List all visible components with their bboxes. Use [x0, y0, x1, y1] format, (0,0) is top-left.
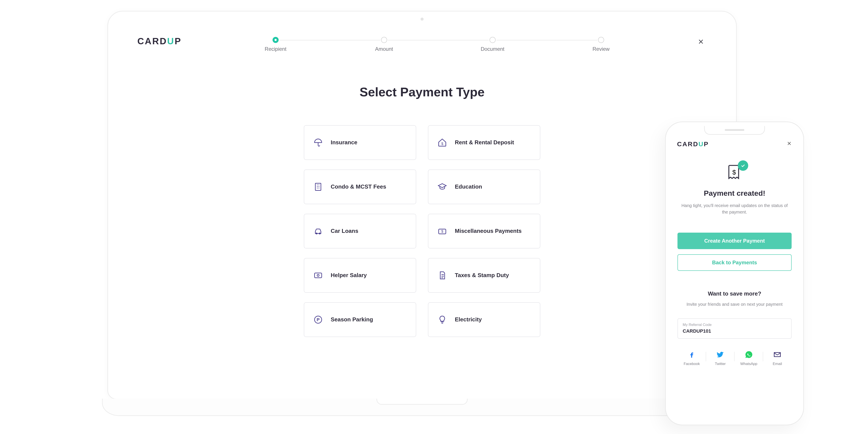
step-label: Recipient	[265, 46, 286, 52]
payment-created-title: Payment created!	[676, 189, 793, 197]
svg-text:$: $	[733, 168, 736, 176]
brand-logo: CARDUP	[677, 141, 709, 148]
tile-label: Electricity	[455, 316, 482, 323]
step-dot-icon	[381, 37, 387, 43]
create-another-payment-button[interactable]: Create Another Payment	[678, 232, 792, 249]
step-amount[interactable]: Amount	[330, 37, 438, 52]
close-button[interactable]	[695, 36, 707, 49]
save-more-title: Want to save more?	[676, 290, 793, 297]
phone-device: CARDUP $ Payment created! Hang tight, yo…	[665, 122, 804, 425]
tile-taxes[interactable]: Taxes & Stamp Duty	[428, 258, 540, 293]
document-tax-icon	[437, 271, 447, 280]
laptop-camera	[421, 18, 424, 21]
check-badge-icon	[738, 160, 748, 171]
umbrella-icon	[313, 138, 323, 147]
svg-text:$: $	[441, 142, 443, 146]
graduation-cap-icon	[437, 182, 447, 192]
phone-header: CARDUP	[676, 139, 793, 148]
step-document[interactable]: Document	[438, 37, 547, 52]
money-misc-icon: $	[437, 226, 447, 236]
svg-rect-1	[315, 183, 321, 190]
payment-type-grid: Insurance $ Rent & Rental Deposit Condo …	[304, 125, 540, 337]
step-review[interactable]: Review	[547, 37, 655, 52]
back-to-payments-button[interactable]: Back to Payments	[678, 254, 792, 271]
laptop-device: CARDUP Recipient Amount Document	[102, 11, 742, 434]
laptop-trackpad-notch	[376, 399, 468, 405]
phone-content: CARDUP $ Payment created! Hang tight, yo…	[676, 139, 793, 414]
tile-label: Education	[455, 183, 482, 190]
tile-label: Car Loans	[331, 227, 358, 235]
share-email[interactable]: Email	[763, 350, 792, 366]
phone-speaker	[725, 129, 744, 131]
whatsapp-icon	[745, 350, 753, 359]
svg-text:P: P	[317, 317, 319, 322]
page-title: Select Payment Type	[122, 85, 722, 99]
twitter-icon	[716, 350, 724, 359]
building-icon	[313, 182, 323, 192]
svg-point-7	[317, 274, 319, 276]
share-label: WhatsApp	[740, 362, 757, 366]
referral-code-value: CARDUP101	[683, 328, 786, 334]
tile-label: Miscellaneous Payments	[455, 227, 522, 235]
parking-icon: P	[313, 315, 323, 324]
tile-label: Insurance	[331, 139, 358, 146]
step-recipient[interactable]: Recipient	[221, 37, 330, 52]
save-more-subtitle: Invite your friends and save on next you…	[681, 301, 788, 308]
tile-label: Rent & Rental Deposit	[455, 139, 514, 146]
tile-car-loans[interactable]: Car Loans	[304, 214, 416, 248]
svg-rect-6	[315, 273, 322, 278]
share-row: Facebook Twitter WhatsApp Email	[676, 350, 793, 366]
step-label: Document	[480, 46, 504, 52]
share-label: Twitter	[715, 362, 726, 366]
email-icon	[773, 350, 781, 359]
progress-stepper: Recipient Amount Document Review	[182, 36, 695, 52]
brand-logo: CARDUP	[137, 36, 182, 46]
cash-icon	[313, 271, 323, 280]
tile-season-parking[interactable]: P Season Parking	[304, 302, 416, 337]
step-dot-icon	[598, 37, 604, 43]
home-dollar-icon: $	[437, 138, 447, 147]
step-label: Review	[592, 46, 610, 52]
svg-text:$: $	[441, 229, 443, 233]
step-dot-icon	[273, 37, 279, 43]
tile-electricity[interactable]: Electricity	[428, 302, 540, 337]
step-dot-icon	[490, 37, 496, 43]
laptop-base	[102, 399, 742, 416]
phone-screen: CARDUP $ Payment created! Hang tight, yo…	[670, 126, 799, 421]
close-icon	[786, 141, 792, 146]
lightbulb-icon	[437, 315, 447, 324]
tile-label: Helper Salary	[331, 272, 367, 279]
payment-created-subtitle: Hang tight, you'll receive email updates…	[679, 202, 790, 215]
referral-code-label: My Referral Code	[683, 323, 786, 327]
tile-label: Season Parking	[331, 316, 373, 323]
share-facebook[interactable]: Facebook	[678, 350, 706, 366]
car-icon	[313, 226, 323, 236]
tile-condo[interactable]: Condo & MCST Fees	[304, 169, 416, 204]
share-whatsapp[interactable]: WhatsApp	[735, 350, 763, 366]
tile-rent[interactable]: $ Rent & Rental Deposit	[428, 125, 540, 160]
share-twitter[interactable]: Twitter	[706, 350, 735, 366]
tile-label: Taxes & Stamp Duty	[455, 272, 509, 279]
tile-label: Condo & MCST Fees	[331, 183, 386, 190]
step-label: Amount	[375, 46, 393, 52]
close-icon	[697, 38, 705, 45]
close-button[interactable]	[786, 141, 792, 148]
tile-insurance[interactable]: Insurance	[304, 125, 416, 160]
share-label: Facebook	[684, 362, 700, 366]
laptop-screen: CARDUP Recipient Amount Document	[122, 26, 722, 391]
app-header: CARDUP Recipient Amount Document	[122, 26, 722, 52]
laptop-body: CARDUP Recipient Amount Document	[107, 11, 737, 399]
success-illustration: $	[725, 163, 744, 183]
tile-misc[interactable]: $ Miscellaneous Payments	[428, 214, 540, 248]
tile-helper-salary[interactable]: Helper Salary	[304, 258, 416, 293]
phone-notch	[704, 126, 765, 135]
facebook-icon	[688, 350, 696, 359]
tile-education[interactable]: Education	[428, 169, 540, 204]
referral-code-box[interactable]: My Referral Code CARDUP101	[678, 318, 792, 339]
share-label: Email	[773, 362, 782, 366]
